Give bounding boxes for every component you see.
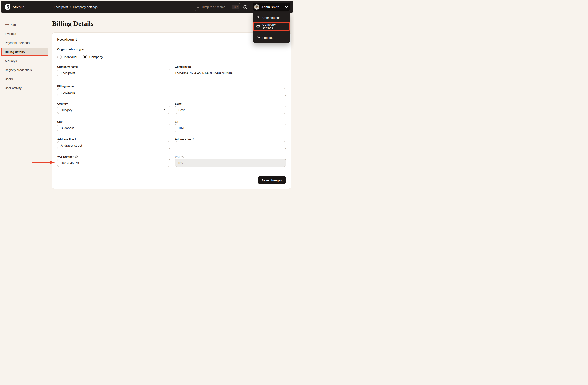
- sidebar-item-my-plan[interactable]: My Plan: [1, 21, 48, 29]
- avatar: [254, 4, 259, 10]
- topbar: Sevalla Focalpoint / Company settings Ju…: [1, 1, 293, 13]
- breadcrumb-current[interactable]: Company settings: [73, 5, 97, 9]
- user-name: Adam Smith: [261, 5, 283, 9]
- city-input[interactable]: Budapest: [57, 124, 170, 132]
- vat-number-input[interactable]: HU12345678: [57, 159, 170, 167]
- menu-item-log-out[interactable]: Log out: [253, 33, 290, 42]
- billing-name-label: Billing name: [57, 85, 170, 88]
- chevron-down-icon: [164, 109, 167, 111]
- organization-type-radio-group: Individual Company: [57, 55, 103, 59]
- help-icon: [243, 5, 248, 9]
- menu-item-user-settings[interactable]: User settings: [253, 13, 290, 22]
- vat-label: VAT: [175, 155, 286, 158]
- user-dropdown-menu: User settings Company settings Log out: [253, 12, 290, 43]
- billing-details-card: Focalpoint Organization type Individual …: [52, 32, 291, 189]
- sidebar-item-registry-credentials[interactable]: Registry credentials: [1, 66, 48, 74]
- breadcrumb-parent[interactable]: Focalpoint: [54, 5, 68, 9]
- save-changes-button[interactable]: Save changes: [258, 176, 286, 184]
- country-value: Hungary: [61, 108, 72, 112]
- state-input[interactable]: Pest: [175, 106, 286, 114]
- search-shortcut-badge: ⌘ /: [232, 5, 239, 9]
- chevron-down-icon: [285, 6, 288, 8]
- sidebar-item-payment-methods[interactable]: Payment methods: [1, 39, 48, 47]
- city-label: City: [57, 120, 170, 123]
- company-id-label: Company ID: [175, 65, 286, 68]
- billing-name-input[interactable]: Focalpoint: [57, 88, 286, 96]
- radio-circle-unchecked: [57, 55, 62, 59]
- radio-label: Company: [89, 55, 103, 59]
- sidebar-item-billing-details[interactable]: Billing details: [1, 48, 48, 56]
- help-button[interactable]: [243, 5, 248, 9]
- address-line-2-input[interactable]: [175, 141, 286, 149]
- company-title: Focalpoint: [57, 37, 77, 42]
- radio-label: Individual: [64, 55, 77, 59]
- sidebar-item-user-activity[interactable]: User activity: [1, 84, 48, 92]
- sevalla-logo-icon: [5, 4, 10, 10]
- briefcase-icon: [256, 24, 260, 28]
- zip-input[interactable]: 1070: [175, 124, 286, 132]
- brand-name: Sevalla: [13, 5, 24, 9]
- sidebar-item-api-keys[interactable]: API keys: [1, 57, 48, 65]
- radio-circle-checked: [83, 55, 87, 59]
- company-name-input[interactable]: Focalpoint: [57, 69, 170, 77]
- country-label: Country: [57, 102, 170, 105]
- menu-item-company-settings[interactable]: Company settings: [253, 22, 290, 31]
- user-menu-trigger[interactable]: Adam Smith: [252, 3, 290, 11]
- search-placeholder: Jump to or search...: [202, 5, 231, 9]
- menu-item-label: User settings: [262, 16, 280, 20]
- breadcrumb-separator: /: [70, 5, 71, 9]
- billing-details-page: Sevalla Focalpoint / Company settings Ju…: [0, 0, 294, 192]
- vat-number-label-text: VAT Number: [57, 155, 74, 158]
- logout-icon: [256, 36, 260, 39]
- company-id-value: 1acc48b4-7664-4b55-b489-9d4347e9f904: [175, 71, 286, 75]
- address-line-1-input[interactable]: Andrassy street: [57, 141, 170, 149]
- menu-item-label: Log out: [262, 36, 273, 39]
- search-input[interactable]: Jump to or search... ⌘ /: [194, 3, 240, 11]
- address-line-2-label: Address line 2: [175, 138, 286, 141]
- pixel-s-glyph: [6, 5, 9, 9]
- radio-individual[interactable]: Individual: [57, 55, 77, 59]
- sidebar-item-users[interactable]: Users: [1, 75, 48, 83]
- question-circle-icon[interactable]: [75, 155, 78, 158]
- brand[interactable]: Sevalla: [5, 1, 24, 13]
- state-label: State: [175, 102, 286, 105]
- sidebar: My Plan Invoices Payment methods Billing…: [0, 21, 52, 93]
- zip-label: ZIP: [175, 120, 286, 123]
- organization-type-label: Organization type: [57, 47, 84, 51]
- user-icon: [256, 16, 260, 20]
- vat-number-label: VAT Number: [57, 155, 170, 158]
- page-title: Billing Details: [52, 20, 93, 27]
- radio-dot: [84, 56, 86, 58]
- breadcrumb: Focalpoint / Company settings: [54, 1, 97, 13]
- sidebar-item-invoices[interactable]: Invoices: [1, 30, 48, 38]
- country-select[interactable]: Hungary: [57, 106, 170, 114]
- menu-item-label: Company settings: [262, 23, 287, 30]
- radio-company[interactable]: Company: [83, 55, 103, 59]
- company-name-label: Company name: [57, 65, 170, 68]
- question-circle-icon[interactable]: [181, 155, 184, 158]
- annotation-arrow-icon: [32, 160, 55, 165]
- vat-input-disabled: 0%: [175, 159, 286, 167]
- vat-label-text: VAT: [175, 155, 180, 158]
- search-icon: [197, 5, 200, 9]
- address-line-1-label: Address line 1: [57, 138, 170, 141]
